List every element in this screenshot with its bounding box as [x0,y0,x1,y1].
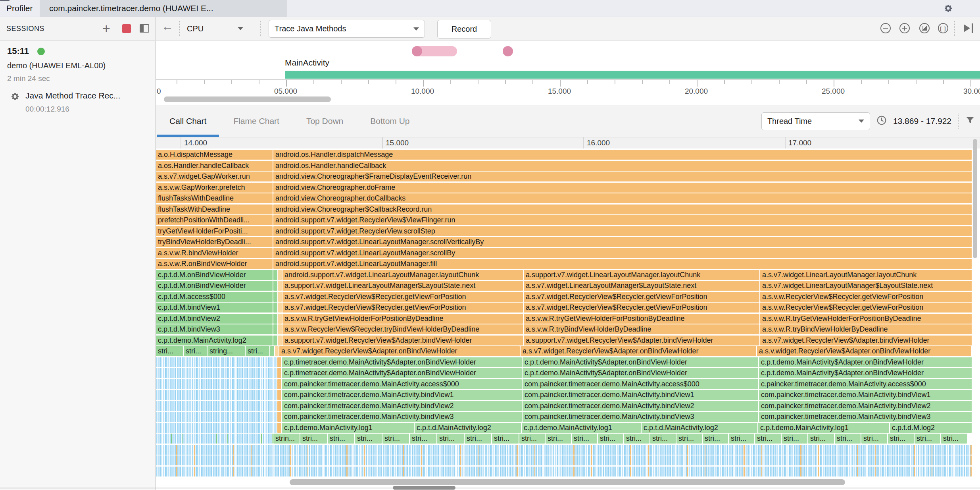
chart-cell[interactable]: a.o.H.dispatchMessage [156,150,273,160]
chart-cell[interactable] [273,368,277,378]
chart-cell[interactable]: a.s.v7.widget.RecyclerView$Recycler.getV… [282,292,523,302]
zoom-in-icon[interactable] [899,23,910,33]
chart-cell[interactable]: c.p.t.d.M.access$000 [156,292,273,302]
session-tab[interactable]: com.paincker.timetracer.demo (HUAWEI E..… [40,0,287,17]
chart-cell[interactable] [273,324,277,334]
chart-cell[interactable]: android.support.v7.widget.RecyclerView.s… [273,226,972,236]
chart-cell[interactable] [278,281,282,291]
trace-config-select[interactable]: Trace Java Methods [269,20,425,38]
chart-cell[interactable] [156,357,273,367]
back-arrow-icon[interactable]: ← [161,19,173,33]
chart-cell[interactable]: prefetchPositionWithDeadli... [156,215,273,225]
chart-cell[interactable]: a.s.v.w.R.tryGetViewHolderForPositionByD… [282,314,523,324]
chart-cell[interactable]: com.paincker.timetracer.demo.MainActivit… [523,412,758,422]
chart-cell[interactable]: a.s.v7.widget.RecyclerView$Adapter.onBin… [521,346,756,356]
chart-cell[interactable]: com.paincker.timetracer.demo.MainActivit… [759,412,972,422]
chart-cell[interactable]: c.p.t.d.M.onBindViewHolder [156,281,273,291]
chart-cell[interactable]: com.paincker.timetracer.demo.MainActivit… [523,401,758,411]
chart-cell[interactable]: a.s.v.w.R.bindViewHolder [156,248,273,258]
chart-cell[interactable]: tryBindViewHolderByDeadli... [156,237,273,247]
chart-cell[interactable]: android.support.v7.widget.RecyclerView$V… [273,215,972,225]
window-bottom-scrollbar[interactable] [393,486,455,490]
chart-cell[interactable]: stri... [156,346,183,356]
chart-cell[interactable]: c.p.timetracer.demo.MainActivity$Adapter… [282,368,522,378]
chart-cell[interactable]: c.p.t.d.MainActivity.log2 [642,423,757,433]
session-time[interactable]: 15:11 [7,46,29,56]
chart-cell[interactable] [156,434,273,444]
chart-cell[interactable]: stri... [703,434,728,444]
chart-cell[interactable] [273,292,277,302]
timeline-scrollbar[interactable] [164,96,331,102]
chart-cell[interactable] [156,368,273,378]
chart-cell[interactable]: c.p.timetracer.demo.MainActivity$Adapter… [282,357,522,367]
chart-cell[interactable]: a.s.v7.widget.RecyclerView$Recycler.getV… [282,303,523,313]
chart-cell[interactable] [273,357,277,367]
chart-cell[interactable]: stri... [382,434,409,444]
zoom-to-selection-icon[interactable]: [ ] [938,23,948,33]
chart-cell[interactable]: stri... [300,434,327,444]
filter-icon[interactable] [965,115,975,127]
chart-cell[interactable]: android.view.Choreographer.doCallbacks [273,193,972,203]
chart-cell[interactable]: a.s.v.w.RecyclerView$Recycler.getViewFor… [760,292,972,302]
chart-cell[interactable] [278,303,282,313]
skip-to-end-icon[interactable] [964,23,976,33]
tab-call-chart[interactable]: Call Chart [156,105,220,137]
chart-cell[interactable] [273,423,277,433]
chart-cell[interactable]: a.s.v.w.R.tryBindViewHolderByDeadline [760,324,972,334]
horizontal-scrollbar[interactable] [290,479,845,485]
chart-cell[interactable] [277,401,281,411]
chart-cell[interactable]: stri... [782,434,807,444]
chart-cell[interactable] [273,401,277,411]
chart-cell[interactable]: stri... [808,434,834,444]
chart-cell[interactable]: c.p.t.d.M.log2 [890,423,972,433]
chart-cell[interactable]: stri... [184,346,207,356]
add-session-icon[interactable]: + [102,21,110,35]
chart-cell[interactable] [273,379,277,389]
chart-cell[interactable]: stri... [410,434,436,444]
chart-cell[interactable]: c.p.t.d.M.bindView2 [156,314,273,324]
chart-cell[interactable]: a.support.v7.widget.RecyclerView$Adapter… [524,336,759,345]
reset-zoom-icon[interactable] [919,23,930,33]
chart-cell[interactable]: stri... [888,434,914,444]
chart-cell[interactable]: stri... [915,434,940,444]
timeline[interactable]: MainActivity 005.00010.00015.00020.00025… [156,41,980,105]
chart-cell[interactable]: c.p.t.demo.MainActivity.log2 [156,336,273,345]
chart-cell[interactable]: flushTasksWithDeadline [156,193,273,203]
chart-cell[interactable] [278,292,282,302]
chart-cell[interactable]: android.view.Choreographer$FrameDisplayE… [273,172,972,181]
chart-cell[interactable] [156,401,273,411]
chart-cell[interactable]: a.s.v7.widget.RecyclerView$Recycler.getV… [524,292,759,302]
chart-cell[interactable]: c.p.t.d.M.onBindViewHolder [156,270,273,280]
chart-cell[interactable]: tryGetViewHolderForPositi... [156,226,273,236]
chart-cell[interactable]: com.paincker.timetracer.demo.MainActivit… [759,390,972,400]
chart-cell[interactable] [273,336,277,345]
chart-cell[interactable] [156,390,273,400]
chart-cell[interactable]: com.paincker.timetracer.demo.MainActivit… [282,401,522,411]
chart-cell[interactable] [273,412,277,422]
stop-session-icon[interactable] [122,24,131,33]
chart-cell[interactable] [156,455,972,465]
chart-cell[interactable]: a.os.Handler.handleCallback [156,161,273,171]
chart-cell[interactable]: a.s.v.w.R.onBindViewHolder [156,259,273,269]
chart-cell[interactable]: a.support.v7.widget.RecyclerView$Adapter… [282,336,523,345]
chart-cell[interactable]: android.os.Handler.dispatchMessage [273,150,972,160]
chart-cell[interactable]: stri... [676,434,702,444]
chart-cell[interactable]: android.support.v7.widget.LinearLayoutMa… [273,259,972,269]
chart-cell[interactable] [277,412,281,422]
chart-cell[interactable] [156,467,972,476]
chart-cell[interactable]: c.p.t.d.MainActivity.log2 [415,423,521,433]
chart-cell[interactable]: stri... [465,434,491,444]
chart-cell[interactable] [277,379,281,389]
chart-cell[interactable]: c.p.t.demo.MainActivity.log1 [522,423,641,433]
chart-cell[interactable]: a.s.v7.widget.LinearLayoutManager$Layout… [760,281,972,291]
chart-cell[interactable]: a.s.v7.widget.RecyclerView$Adapter.bindV… [760,336,972,345]
chart-cell[interactable]: android.support.v7.widget.LinearLayoutMa… [273,237,972,247]
chart-cell[interactable]: a.s.v.w.RecyclerView$Recycler.tryBindVie… [282,324,523,334]
trace-recording-item[interactable]: Java Method Trace Rec... [25,91,120,100]
tab-top-down[interactable]: Top Down [293,105,357,137]
chart-cell[interactable] [270,346,274,356]
chart-cell[interactable]: android.view.Choreographer.doFrame [273,183,972,193]
chart-cell[interactable]: stri... [546,434,571,444]
chart-cell[interactable] [273,390,277,400]
chart-cell[interactable]: c.p.t.demo.MainActivity$Adapter.onBindVi… [759,357,972,367]
